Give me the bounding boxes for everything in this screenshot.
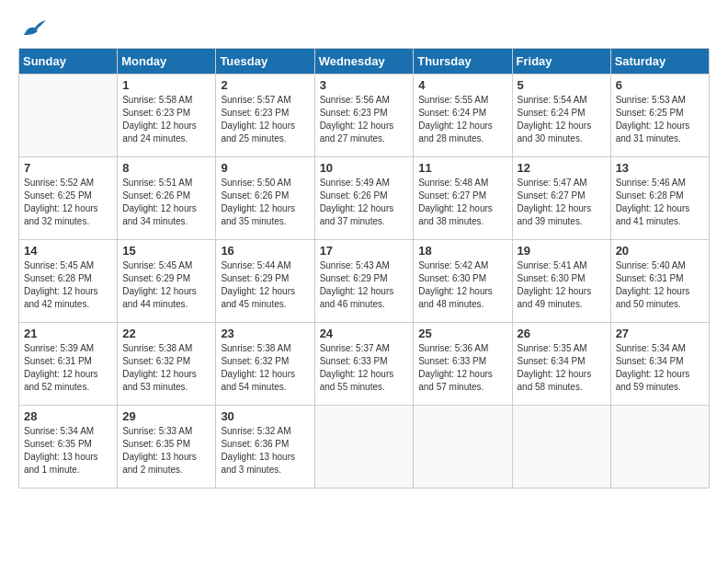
day-number: 5 xyxy=(518,78,606,92)
calendar-cell: 8Sunrise: 5:51 AM Sunset: 6:26 PM Daylig… xyxy=(118,157,216,240)
calendar-cell: 10Sunrise: 5:49 AM Sunset: 6:26 PM Dayli… xyxy=(314,157,414,240)
day-info: Sunrise: 5:58 AM Sunset: 6:23 PM Dayligh… xyxy=(122,94,210,145)
calendar-week-1: 7Sunrise: 5:52 AM Sunset: 6:25 PM Daylig… xyxy=(19,157,710,240)
day-number: 30 xyxy=(221,409,309,423)
day-info: Sunrise: 5:33 AM Sunset: 6:35 PM Dayligh… xyxy=(122,425,210,477)
calendar-cell: 16Sunrise: 5:44 AM Sunset: 6:29 PM Dayli… xyxy=(216,240,314,323)
calendar-cell: 26Sunrise: 5:35 AM Sunset: 6:34 PM Dayli… xyxy=(512,323,610,406)
day-info: Sunrise: 5:37 AM Sunset: 6:33 PM Dayligh… xyxy=(320,342,409,394)
calendar-cell: 27Sunrise: 5:34 AM Sunset: 6:34 PM Dayli… xyxy=(610,323,709,406)
day-info: Sunrise: 5:51 AM Sunset: 6:26 PM Dayligh… xyxy=(122,177,210,228)
calendar-cell: 30Sunrise: 5:32 AM Sunset: 6:36 PM Dayli… xyxy=(216,406,314,488)
logo-bird-icon xyxy=(20,18,46,39)
day-number: 26 xyxy=(518,327,606,340)
day-number: 3 xyxy=(320,78,409,92)
day-info: Sunrise: 5:54 AM Sunset: 6:24 PM Dayligh… xyxy=(518,94,606,145)
day-info: Sunrise: 5:38 AM Sunset: 6:32 PM Dayligh… xyxy=(122,342,210,394)
calendar-cell: 9Sunrise: 5:50 AM Sunset: 6:26 PM Daylig… xyxy=(216,157,314,240)
calendar-cell: 3Sunrise: 5:56 AM Sunset: 6:23 PM Daylig… xyxy=(314,75,414,157)
day-info: Sunrise: 5:38 AM Sunset: 6:32 PM Dayligh… xyxy=(221,342,309,394)
calendar-cell: 14Sunrise: 5:45 AM Sunset: 6:28 PM Dayli… xyxy=(19,240,118,323)
day-info: Sunrise: 5:45 AM Sunset: 6:29 PM Dayligh… xyxy=(122,259,210,311)
day-header-monday: Monday xyxy=(118,49,216,75)
day-number: 2 xyxy=(221,78,309,92)
day-number: 28 xyxy=(24,409,112,423)
calendar-cell: 18Sunrise: 5:42 AM Sunset: 6:30 PM Dayli… xyxy=(414,240,512,323)
day-info: Sunrise: 5:55 AM Sunset: 6:24 PM Dayligh… xyxy=(418,94,506,145)
calendar-cell xyxy=(610,406,709,488)
calendar-cell: 28Sunrise: 5:34 AM Sunset: 6:35 PM Dayli… xyxy=(19,406,118,488)
calendar-cell: 25Sunrise: 5:36 AM Sunset: 6:33 PM Dayli… xyxy=(414,323,512,406)
calendar-week-0: 1Sunrise: 5:58 AM Sunset: 6:23 PM Daylig… xyxy=(19,75,710,157)
day-info: Sunrise: 5:35 AM Sunset: 6:34 PM Dayligh… xyxy=(518,342,606,394)
day-number: 14 xyxy=(24,244,112,258)
day-number: 6 xyxy=(616,78,704,92)
calendar-cell: 22Sunrise: 5:38 AM Sunset: 6:32 PM Dayli… xyxy=(118,323,216,406)
day-header-thursday: Thursday xyxy=(414,49,512,75)
day-info: Sunrise: 5:43 AM Sunset: 6:29 PM Dayligh… xyxy=(320,259,409,311)
day-number: 29 xyxy=(122,409,210,423)
day-number: 16 xyxy=(221,244,309,258)
calendar-week-4: 28Sunrise: 5:34 AM Sunset: 6:35 PM Dayli… xyxy=(19,406,710,488)
calendar-cell: 7Sunrise: 5:52 AM Sunset: 6:25 PM Daylig… xyxy=(19,157,118,240)
calendar-cell: 6Sunrise: 5:53 AM Sunset: 6:25 PM Daylig… xyxy=(610,75,709,157)
day-info: Sunrise: 5:41 AM Sunset: 6:30 PM Dayligh… xyxy=(518,259,606,311)
calendar-table: SundayMondayTuesdayWednesdayThursdayFrid… xyxy=(18,48,710,488)
day-number: 1 xyxy=(122,78,210,92)
day-number: 18 xyxy=(418,244,506,258)
calendar-cell: 24Sunrise: 5:37 AM Sunset: 6:33 PM Dayli… xyxy=(314,323,414,406)
day-info: Sunrise: 5:49 AM Sunset: 6:26 PM Dayligh… xyxy=(320,177,409,228)
day-info: Sunrise: 5:40 AM Sunset: 6:31 PM Dayligh… xyxy=(616,259,704,311)
day-info: Sunrise: 5:56 AM Sunset: 6:23 PM Dayligh… xyxy=(320,94,409,145)
day-header-saturday: Saturday xyxy=(610,49,709,75)
calendar-cell: 1Sunrise: 5:58 AM Sunset: 6:23 PM Daylig… xyxy=(118,75,216,157)
day-info: Sunrise: 5:53 AM Sunset: 6:25 PM Dayligh… xyxy=(616,94,704,145)
page-header xyxy=(18,18,710,39)
day-info: Sunrise: 5:45 AM Sunset: 6:28 PM Dayligh… xyxy=(24,259,112,311)
calendar-cell: 5Sunrise: 5:54 AM Sunset: 6:24 PM Daylig… xyxy=(512,75,610,157)
day-number: 15 xyxy=(122,244,210,258)
day-number: 17 xyxy=(320,244,409,258)
day-number: 13 xyxy=(616,161,704,175)
calendar-cell: 19Sunrise: 5:41 AM Sunset: 6:30 PM Dayli… xyxy=(512,240,610,323)
day-info: Sunrise: 5:36 AM Sunset: 6:33 PM Dayligh… xyxy=(418,342,506,394)
day-number: 20 xyxy=(616,244,704,258)
day-info: Sunrise: 5:46 AM Sunset: 6:28 PM Dayligh… xyxy=(616,177,704,228)
day-number: 27 xyxy=(616,327,704,340)
calendar-week-3: 21Sunrise: 5:39 AM Sunset: 6:31 PM Dayli… xyxy=(19,323,710,406)
day-number: 23 xyxy=(221,327,309,340)
calendar-cell: 21Sunrise: 5:39 AM Sunset: 6:31 PM Dayli… xyxy=(19,323,118,406)
day-number: 11 xyxy=(418,161,506,175)
day-header-friday: Friday xyxy=(512,49,610,75)
day-number: 24 xyxy=(320,327,409,340)
day-number: 4 xyxy=(418,78,506,92)
calendar-cell: 20Sunrise: 5:40 AM Sunset: 6:31 PM Dayli… xyxy=(610,240,709,323)
calendar-cell xyxy=(414,406,512,488)
day-info: Sunrise: 5:34 AM Sunset: 6:34 PM Dayligh… xyxy=(616,342,704,394)
day-number: 8 xyxy=(122,161,210,175)
calendar-cell: 12Sunrise: 5:47 AM Sunset: 6:27 PM Dayli… xyxy=(512,157,610,240)
calendar-cell: 15Sunrise: 5:45 AM Sunset: 6:29 PM Dayli… xyxy=(118,240,216,323)
day-number: 21 xyxy=(24,327,112,340)
day-info: Sunrise: 5:44 AM Sunset: 6:29 PM Dayligh… xyxy=(221,259,309,311)
day-number: 22 xyxy=(122,327,210,340)
day-header-wednesday: Wednesday xyxy=(314,49,414,75)
calendar-cell: 23Sunrise: 5:38 AM Sunset: 6:32 PM Dayli… xyxy=(216,323,314,406)
calendar-cell xyxy=(512,406,610,488)
day-number: 19 xyxy=(518,244,606,258)
calendar-cell: 2Sunrise: 5:57 AM Sunset: 6:23 PM Daylig… xyxy=(216,75,314,157)
calendar-cell xyxy=(314,406,414,488)
day-info: Sunrise: 5:47 AM Sunset: 6:27 PM Dayligh… xyxy=(518,177,606,228)
day-info: Sunrise: 5:32 AM Sunset: 6:36 PM Dayligh… xyxy=(221,425,309,477)
calendar-cell: 13Sunrise: 5:46 AM Sunset: 6:28 PM Dayli… xyxy=(610,157,709,240)
calendar-week-2: 14Sunrise: 5:45 AM Sunset: 6:28 PM Dayli… xyxy=(19,240,710,323)
day-number: 10 xyxy=(320,161,409,175)
day-number: 9 xyxy=(221,161,309,175)
calendar-cell xyxy=(19,75,118,157)
day-info: Sunrise: 5:57 AM Sunset: 6:23 PM Dayligh… xyxy=(221,94,309,145)
day-number: 25 xyxy=(418,327,506,340)
calendar-cell: 11Sunrise: 5:48 AM Sunset: 6:27 PM Dayli… xyxy=(414,157,512,240)
calendar-cell: 29Sunrise: 5:33 AM Sunset: 6:35 PM Dayli… xyxy=(118,406,216,488)
day-header-sunday: Sunday xyxy=(19,49,118,75)
logo xyxy=(18,18,46,39)
